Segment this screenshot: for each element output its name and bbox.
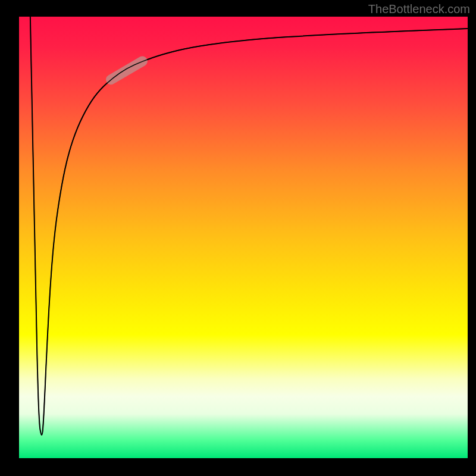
chart-svg <box>0 0 476 476</box>
chart-container: TheBottleneck.com <box>0 0 476 476</box>
plot-area <box>0 0 476 476</box>
watermark-text: TheBottleneck.com <box>368 2 470 16</box>
gradient-background <box>19 17 468 458</box>
